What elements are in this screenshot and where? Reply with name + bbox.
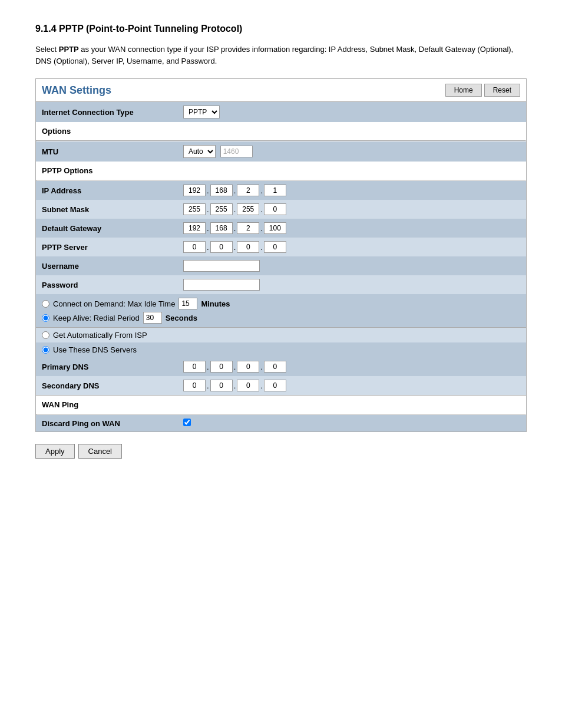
sdns-c[interactable] bbox=[237, 380, 259, 391]
minutes-label: Minutes bbox=[201, 299, 230, 308]
reset-button[interactable]: Reset bbox=[484, 84, 520, 97]
default-gateway-row: Default Gateway . . . bbox=[36, 219, 526, 238]
subnet-d[interactable] bbox=[264, 203, 286, 215]
ip-dot-1: . bbox=[206, 186, 210, 195]
seconds-label: Seconds bbox=[166, 314, 197, 322]
pdns-c[interactable] bbox=[237, 361, 259, 373]
subnet-c[interactable] bbox=[237, 203, 259, 215]
sdns-b[interactable] bbox=[210, 380, 233, 391]
pptp-server-label: PPTP Server bbox=[36, 238, 177, 256]
gw-b[interactable] bbox=[210, 222, 233, 234]
discard-ping-input-cell bbox=[177, 415, 526, 431]
connection-type-select[interactable]: PPTP bbox=[183, 106, 220, 118]
intro-text: Select bbox=[35, 45, 59, 54]
connect-on-demand-label: Connect on Demand: Max Idle Time bbox=[53, 299, 175, 308]
pdns-b[interactable] bbox=[210, 361, 233, 373]
use-these-dns-row: Use These DNS Servers bbox=[36, 342, 526, 357]
ip-c[interactable] bbox=[237, 185, 259, 196]
username-label: Username bbox=[36, 256, 177, 275]
pptp-b[interactable] bbox=[210, 241, 233, 253]
intro-rest: as your WAN connection type if your ISP … bbox=[35, 45, 513, 65]
keep-alive-radio[interactable] bbox=[42, 314, 49, 322]
get-auto-dns-radio[interactable] bbox=[42, 331, 49, 339]
pdns-a[interactable] bbox=[183, 361, 206, 373]
connect-options: Connect on Demand: Max Idle Time Minutes… bbox=[36, 294, 526, 327]
pptp-c[interactable] bbox=[237, 241, 259, 253]
subnet-mask-inputs: . . . bbox=[177, 200, 526, 219]
pptp-dot-1: . bbox=[206, 243, 210, 252]
pdns-d[interactable] bbox=[264, 361, 286, 373]
wan-title: WAN Settings bbox=[42, 84, 111, 97]
secondary-dns-row: Secondary DNS . . . bbox=[36, 376, 526, 395]
subnet-mask-label: Subnet Mask bbox=[36, 200, 177, 219]
primary-dns-group: . . . bbox=[183, 361, 520, 373]
mtu-row: MTU Auto bbox=[36, 141, 526, 162]
keep-alive-period-input[interactable] bbox=[143, 312, 162, 324]
cancel-button[interactable]: Cancel bbox=[78, 444, 122, 459]
pdns-dot-3: . bbox=[259, 363, 264, 371]
use-these-dns-label: Use These DNS Servers bbox=[53, 345, 137, 354]
default-gateway-group: . . . bbox=[183, 222, 520, 234]
subnet-a[interactable] bbox=[183, 203, 206, 215]
subnet-mask-group: . . . bbox=[183, 203, 520, 215]
keep-alive-line: Keep Alive: Redial Period Seconds bbox=[42, 312, 520, 324]
pptp-server-group: . . . bbox=[183, 241, 520, 253]
mtu-value-input[interactable] bbox=[220, 146, 253, 157]
ip-address-group: . . . bbox=[183, 185, 520, 196]
wan-ping-header: WAN Ping bbox=[36, 395, 526, 414]
get-auto-dns-row: Get Automatically From ISP bbox=[36, 328, 526, 342]
sdns-a[interactable] bbox=[183, 380, 206, 391]
section-title: 9.1.4 PPTP (Point-to-Point Tunneling Pro… bbox=[35, 24, 527, 34]
home-button[interactable]: Home bbox=[445, 84, 482, 97]
header-buttons: Home Reset bbox=[445, 84, 520, 97]
wan-panel: WAN Settings Home Reset Internet Connect… bbox=[35, 78, 527, 432]
password-input-cell bbox=[177, 275, 526, 294]
sdns-d[interactable] bbox=[264, 380, 286, 391]
wan-header: WAN Settings Home Reset bbox=[36, 79, 526, 102]
username-input[interactable] bbox=[183, 260, 260, 272]
discard-ping-row: Discard Ping on WAN bbox=[36, 415, 526, 431]
intro-paragraph: Select PPTP as your WAN connection type … bbox=[35, 44, 527, 67]
gw-c[interactable] bbox=[237, 222, 259, 234]
secondary-dns-inputs: . . . bbox=[177, 376, 526, 395]
apply-button[interactable]: Apply bbox=[35, 444, 75, 459]
mtu-controls: Auto bbox=[177, 141, 526, 162]
gw-a[interactable] bbox=[183, 222, 206, 234]
connect-on-demand-radio[interactable] bbox=[42, 300, 49, 308]
secondary-dns-group: . . . bbox=[183, 380, 520, 391]
connection-type-table: Internet Connection Type PPTP bbox=[36, 102, 526, 122]
pptp-options-header: PPTP Options bbox=[36, 162, 526, 180]
discard-ping-checkbox[interactable] bbox=[183, 419, 191, 426]
ip-address-row: IP Address . . . bbox=[36, 181, 526, 200]
connection-type-value-cell: PPTP bbox=[177, 102, 526, 122]
pptp-d[interactable] bbox=[264, 241, 286, 253]
subnet-dot-3: . bbox=[259, 205, 264, 214]
username-input-cell bbox=[177, 256, 526, 275]
connect-idle-time-input[interactable] bbox=[178, 298, 197, 309]
subnet-b[interactable] bbox=[210, 203, 233, 215]
sdns-dot-3: . bbox=[259, 381, 264, 390]
use-these-dns-radio[interactable] bbox=[42, 346, 49, 354]
mtu-select[interactable]: Auto bbox=[183, 145, 216, 158]
primary-dns-row: Primary DNS . . . bbox=[36, 357, 526, 376]
default-gateway-label: Default Gateway bbox=[36, 219, 177, 238]
secondary-dns-label: Secondary DNS bbox=[36, 376, 177, 395]
connection-type-label: Internet Connection Type bbox=[36, 102, 177, 122]
password-input[interactable] bbox=[183, 279, 260, 291]
username-row: Username bbox=[36, 256, 526, 275]
gw-dot-1: . bbox=[206, 224, 210, 233]
pptp-a[interactable] bbox=[183, 241, 206, 253]
connect-options-row: Connect on Demand: Max Idle Time Minutes… bbox=[36, 294, 526, 327]
options-section-header: Options bbox=[36, 122, 526, 140]
primary-dns-label: Primary DNS bbox=[36, 357, 177, 376]
connect-options-cell: Connect on Demand: Max Idle Time Minutes… bbox=[36, 294, 526, 327]
pptp-options-table: IP Address . . . Subnet Mask . bbox=[36, 181, 526, 327]
ip-b[interactable] bbox=[210, 185, 233, 196]
gw-d[interactable] bbox=[264, 222, 286, 234]
wan-ping-table: Discard Ping on WAN bbox=[36, 415, 526, 431]
sdns-dot-1: . bbox=[206, 381, 210, 390]
ip-a[interactable] bbox=[183, 185, 206, 196]
ip-d[interactable] bbox=[264, 185, 286, 196]
dns-section: Get Automatically From ISP Use These DNS… bbox=[36, 327, 526, 395]
gw-dot-2: . bbox=[233, 224, 237, 233]
